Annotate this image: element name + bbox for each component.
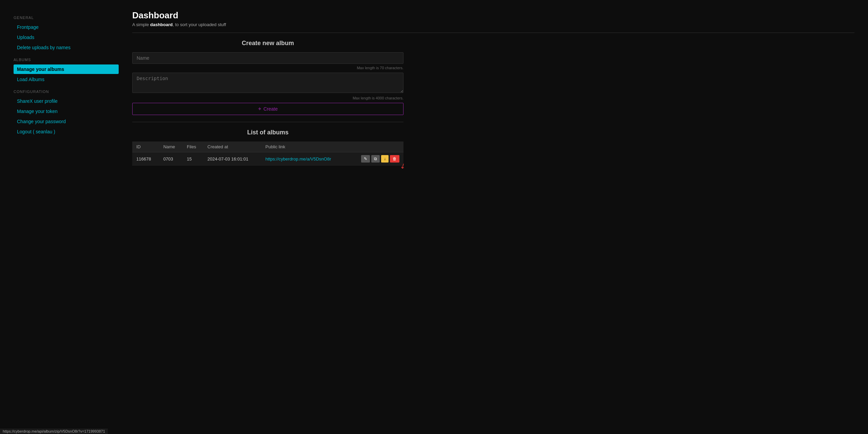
page-title: Dashboard bbox=[132, 10, 854, 21]
sidebar-item-frontpage[interactable]: Frontpage bbox=[14, 22, 119, 32]
create-album-button[interactable]: ✈ Create bbox=[132, 103, 403, 115]
name-field-group bbox=[132, 52, 403, 64]
main-content: Dashboard A simple dashboard, to sort yo… bbox=[125, 0, 868, 434]
albums-section-label: ALBUMS bbox=[14, 58, 119, 62]
description-hint: Max length is 4000 characters. bbox=[132, 96, 403, 100]
cell-name: 0703 bbox=[159, 152, 183, 166]
red-arrow-indicator: ↙ bbox=[398, 161, 407, 171]
sidebar-item-delete-uploads[interactable]: Delete uploads by names bbox=[14, 43, 119, 52]
general-section-label: GENERAL bbox=[14, 16, 119, 20]
table-row: 116678 0703 15 2024-07-03 16:01:01 https… bbox=[132, 152, 403, 166]
album-description-input[interactable] bbox=[132, 73, 403, 93]
page-header: Dashboard A simple dashboard, to sort yo… bbox=[132, 10, 854, 27]
col-files: Files bbox=[183, 141, 203, 152]
create-album-title: Create new album bbox=[132, 40, 403, 47]
send-icon: ✈ bbox=[258, 107, 261, 111]
content-section: Create new album Max length is 70 charac… bbox=[132, 40, 403, 166]
status-bar: https://cyberdrop.me/api/album/zip/V5Dsn… bbox=[0, 429, 108, 434]
delete-album-button[interactable]: 🗑 bbox=[390, 155, 399, 163]
sidebar-item-logout[interactable]: Logout ( seanlau ) bbox=[14, 127, 119, 136]
list-albums-title: List of albums bbox=[132, 129, 403, 136]
page-subtitle: A simple dashboard, to sort your uploade… bbox=[132, 22, 854, 27]
sidebar-item-change-password[interactable]: Change your password bbox=[14, 117, 119, 126]
sidebar-item-sharex-profile[interactable]: ShareX user profile bbox=[14, 96, 119, 106]
public-link-anchor[interactable]: https://cyberdrop.me/a/V5DsnO8r bbox=[265, 156, 331, 162]
col-actions bbox=[349, 141, 403, 152]
cell-id: 116678 bbox=[132, 152, 159, 166]
sidebar-item-load-albums[interactable]: Load Albums bbox=[14, 75, 119, 84]
cell-files: 15 bbox=[183, 152, 203, 166]
col-name: Name bbox=[159, 141, 183, 152]
download-album-button[interactable]: ↓ bbox=[381, 155, 389, 163]
col-public-link: Public link bbox=[261, 141, 349, 152]
edit-album-button[interactable]: ✎ bbox=[361, 155, 370, 163]
sidebar-item-uploads[interactable]: Uploads bbox=[14, 33, 119, 42]
create-button-label: Create bbox=[263, 106, 278, 112]
sidebar-item-manage-token[interactable]: Manage your token bbox=[14, 107, 119, 116]
status-url: https://cyberdrop.me/api/album/zip/V5Dsn… bbox=[3, 429, 105, 433]
cell-created-at: 2024-07-03 16:01:01 bbox=[203, 152, 261, 166]
description-field-group bbox=[132, 73, 403, 94]
sidebar-item-manage-albums[interactable]: Manage your albums bbox=[14, 64, 119, 74]
config-section-label: CONFIGURATION bbox=[14, 90, 119, 94]
name-hint: Max length is 70 characters. bbox=[132, 66, 403, 70]
section-divider bbox=[132, 122, 403, 122]
sidebar: GENERAL Frontpage Uploads Delete uploads… bbox=[0, 0, 125, 434]
album-name-input[interactable] bbox=[132, 52, 403, 64]
albums-table: ID Name Files Created at Public link 116… bbox=[132, 141, 403, 166]
col-id: ID bbox=[132, 141, 159, 152]
copy-id-button[interactable]: ⧉ bbox=[371, 155, 380, 163]
cell-public-link: https://cyberdrop.me/a/V5DsnO8r bbox=[261, 152, 349, 166]
cell-actions: ✎ ⧉ ↓ 🗑 ↙ bbox=[349, 152, 403, 166]
col-created-at: Created at bbox=[203, 141, 261, 152]
header-divider bbox=[132, 33, 854, 33]
action-buttons: ✎ ⧉ ↓ 🗑 ↙ bbox=[353, 155, 399, 163]
table-header-row: ID Name Files Created at Public link bbox=[132, 141, 403, 152]
